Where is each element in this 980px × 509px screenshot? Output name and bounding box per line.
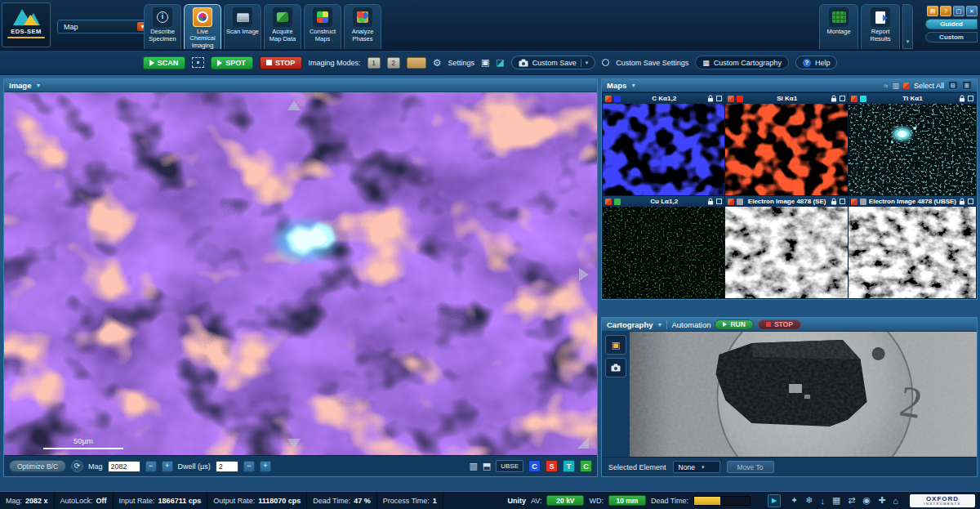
custom-mode-button[interactable]: Custom (925, 32, 978, 42)
cooling-icon[interactable]: ❄ (805, 495, 813, 506)
image-capture-button[interactable]: ▣ (605, 335, 626, 355)
map-card-ti[interactable]: Ti Kα1 (849, 93, 976, 195)
layers-icon[interactable] (851, 96, 858, 102)
ubse-layer-button[interactable]: UBSE (496, 460, 523, 472)
guided-mode-button[interactable]: Guided (925, 19, 978, 29)
automation-tab[interactable]: Automation (671, 320, 710, 329)
transfer-icon[interactable]: ⇄ (848, 495, 855, 506)
selected-element-dropdown[interactable]: None ▾ (673, 461, 720, 473)
help-button[interactable]: ? Help (795, 56, 838, 69)
tab-scan-image[interactable]: Scan Image (224, 4, 261, 49)
pin-icon[interactable] (968, 96, 973, 101)
channel-c-button[interactable]: C (528, 460, 541, 472)
tab-live-chemical-imaging[interactable]: Live Chemical Imaging (184, 4, 221, 49)
lock-icon[interactable] (831, 95, 837, 102)
channel-cu-button[interactable]: C (580, 460, 592, 472)
custom-cartography-button[interactable]: ▦ Custom Cartography (695, 56, 789, 69)
panel-collapse-button[interactable]: ⊟ (948, 81, 958, 90)
dwell-decrease-button[interactable]: − (243, 461, 255, 472)
pin-icon[interactable] (968, 199, 973, 204)
channel-ti-button[interactable]: T (563, 460, 575, 472)
custom-save-button[interactable]: Custom Save ▾ (511, 56, 596, 69)
imaging-mode-1-button[interactable]: 1 (368, 57, 381, 69)
scan-button[interactable]: SCAN (143, 56, 185, 69)
insert-detector-icon[interactable]: ↓ (820, 496, 825, 506)
lock-icon[interactable] (707, 95, 714, 102)
lock-icon[interactable] (959, 198, 965, 205)
map-thumbnail[interactable] (725, 104, 847, 195)
layers-icon[interactable] (728, 199, 734, 205)
layers-icon[interactable] (728, 96, 734, 102)
refresh-contrast-icon[interactable]: ⟳ (71, 460, 83, 472)
split-view-icon[interactable]: ⬒ (483, 461, 491, 471)
layout-icon[interactable]: ▤ (927, 6, 938, 16)
lock-icon[interactable] (959, 95, 965, 102)
map-card-cu[interactable]: Cu Lα1,2 (603, 196, 724, 298)
imaging-mode-2-button[interactable]: 2 (387, 57, 400, 69)
map-card-si[interactable]: Si Kα1 (725, 93, 847, 195)
imaging-mode-speed-button[interactable] (407, 57, 426, 69)
dwell-increase-button[interactable]: + (260, 461, 271, 472)
stage-map-icon[interactable]: ▦ (832, 495, 840, 506)
select-all-icon[interactable] (903, 83, 910, 89)
chevron-down-icon[interactable]: ▼ (630, 83, 636, 88)
tab-describe-specimen[interactable]: i Describe Specimen (144, 4, 181, 49)
map-card-se[interactable]: Electron Image 4878 (SE) (725, 196, 847, 298)
clear-annotations-icon[interactable]: ◪ (496, 57, 504, 68)
camera-button[interactable] (605, 358, 626, 377)
map-thumbnail[interactable] (603, 104, 724, 195)
tab-montage[interactable]: Montage (819, 4, 858, 49)
tab-construct-maps[interactable]: Construct Maps (304, 4, 341, 49)
mag-input[interactable] (108, 461, 140, 472)
map-card-c[interactable]: C Kα1,2 (603, 93, 724, 195)
select-all-label[interactable]: Select All (914, 82, 944, 90)
layers-icon[interactable] (605, 96, 612, 102)
automation-stop-button[interactable]: STOP (758, 319, 801, 330)
map-thumbnail[interactable] (725, 207, 847, 298)
overlay-icon[interactable]: ▥ (469, 461, 477, 471)
map-thumbnail[interactable] (849, 104, 976, 195)
live-chemical-image[interactable]: 50µm (4, 92, 597, 457)
annotation-icon[interactable]: ▣ (481, 57, 489, 68)
optimize-bc-button[interactable]: Optimize B/C (9, 460, 66, 472)
beam-icon[interactable]: ✦ (791, 495, 798, 506)
reduced-area-icon[interactable] (192, 57, 204, 68)
channel-si-button[interactable]: S (546, 460, 558, 472)
chevron-down-icon[interactable]: ▼ (35, 83, 41, 88)
dwell-input[interactable] (216, 461, 238, 472)
mag-increase-button[interactable]: + (162, 461, 173, 472)
help-mini-icon[interactable]: ? (940, 6, 951, 16)
tab-acquire-map-data[interactable]: Acquire Map Data (264, 4, 301, 49)
settings-gear-icon[interactable]: ⚙ (433, 57, 442, 69)
run-button[interactable]: RUN (715, 319, 753, 330)
close-icon[interactable]: ✕ (966, 6, 978, 16)
tab-analyze-phases[interactable]: Analyze Phases (344, 4, 381, 49)
chevron-down-icon[interactable]: ▼ (657, 322, 662, 328)
panel-expand-button[interactable]: ⊞ (962, 81, 972, 90)
pin-icon[interactable] (716, 199, 722, 204)
custom-save-settings-icon[interactable] (602, 59, 609, 66)
stop-button[interactable]: STOP (260, 56, 302, 69)
add-icon[interactable]: ✚ (878, 495, 885, 506)
stage-camera-image[interactable]: 2 (630, 332, 977, 457)
move-to-button[interactable]: Move To (727, 461, 774, 473)
technique-dropdown[interactable]: Map ▼ (57, 20, 151, 33)
map-card-ubse[interactable]: Electron Image 4878 (UBSE) (849, 196, 976, 298)
home-icon[interactable]: ⌂ (893, 496, 898, 506)
spot-button[interactable]: SPOT (211, 56, 253, 69)
grid-layout-icon[interactable]: ▥ (892, 82, 899, 90)
layers-icon[interactable] (605, 199, 612, 205)
map-thumbnail[interactable] (849, 207, 976, 298)
acquire-play-button[interactable]: ▶ (768, 494, 781, 507)
sum-spectrum-icon[interactable]: ≈ (884, 82, 889, 90)
detector-status-icon[interactable]: ◉ (863, 495, 871, 506)
minimize-icon[interactable]: ▢ (953, 6, 964, 16)
pin-icon[interactable] (840, 96, 845, 101)
report-results-dropdown[interactable]: ▾ (902, 4, 913, 49)
map-thumbnail[interactable] (603, 207, 724, 298)
mag-decrease-button[interactable]: − (145, 461, 157, 472)
tab-report-results[interactable]: Report Results (861, 4, 900, 49)
custom-save-settings-label[interactable]: Custom Save Settings (616, 59, 688, 67)
layers-icon[interactable] (851, 199, 858, 205)
pin-icon[interactable] (716, 96, 722, 101)
